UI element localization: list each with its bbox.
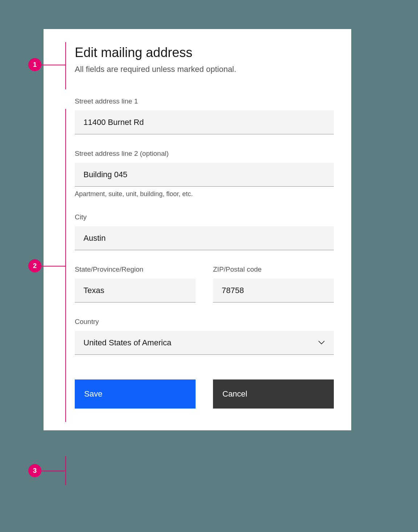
label-street2: Street address line 2 (optional) [75,150,334,158]
form-panel: Edit mailing address All fields are requ… [44,29,351,430]
annotation-guide [41,471,65,471]
input-city[interactable] [75,226,334,250]
annotation-marker-3: 3 [28,464,41,477]
select-country[interactable]: United States of America [75,331,334,355]
cancel-button[interactable]: Cancel [213,379,334,409]
annotation-guide [41,65,65,65]
label-country: Country [75,318,334,326]
label-street1: Street address line 1 [75,97,334,105]
input-street2[interactable] [75,163,334,187]
label-zip: ZIP/Postal code [213,265,334,273]
annotation-marker-1: 1 [28,58,41,71]
input-state[interactable] [75,279,196,302]
annotation-guide [41,266,65,267]
form-subtitle: All fields are required unless marked op… [75,65,334,74]
annotation-guide [65,456,66,485]
label-state: State/Province/Region [75,265,196,273]
row-state-zip: State/Province/Region ZIP/Postal code [75,265,334,302]
form-header: Edit mailing address All fields are requ… [75,45,334,74]
field-city: City [75,213,334,250]
save-button[interactable]: Save [75,379,196,409]
input-street1[interactable] [75,110,334,134]
field-zip: ZIP/Postal code [213,265,334,302]
helper-street2: Apartment, suite, unit, building, floor,… [75,190,334,198]
form-title: Edit mailing address [75,45,334,60]
annotation-marker-2: 2 [28,259,41,272]
input-zip[interactable] [213,279,334,302]
label-city: City [75,213,334,221]
form-actions: Save Cancel [75,379,334,409]
field-state: State/Province/Region [75,265,196,302]
field-country: Country United States of America [75,318,334,355]
field-street2: Street address line 2 (optional) Apartme… [75,150,334,198]
annotation-guide [65,109,66,422]
field-street1: Street address line 1 [75,97,334,134]
annotation-guide [65,42,66,89]
